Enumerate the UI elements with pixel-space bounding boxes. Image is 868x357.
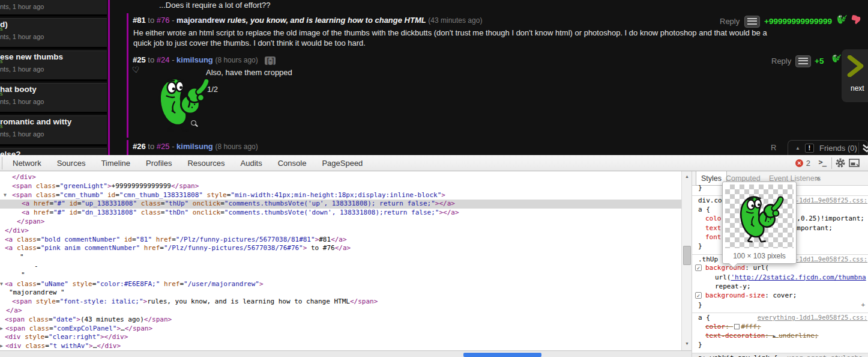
code-line[interactable]: </a> (0, 307, 681, 316)
code-line[interactable]: </span> (0, 218, 681, 227)
comment-26-reply-link-partial[interactable]: R (771, 143, 776, 152)
code-line[interactable]: </div> (0, 173, 681, 182)
sidebar-item[interactable]: d)snts, 1 hour ago (0, 18, 107, 49)
code-line[interactable]: <span style="font-style: italic;">rules,… (0, 298, 681, 307)
username-kimilsung-link[interactable]: kimilsung (176, 142, 213, 151)
thumbs-up-dickbutt-icon[interactable] (836, 13, 848, 25)
sidebar-item[interactable]: hat bootysnts, 1 hour ago (0, 83, 107, 114)
css-value-continuation: repeat-y; (692, 282, 868, 291)
sidebar-item-title: else? (0, 150, 21, 155)
property-checkbox[interactable]: ✓ (695, 264, 702, 271)
code-line[interactable]: <a class="pink anim commentNumber" href=… (0, 244, 681, 253)
code-line[interactable]: </div> (0, 227, 681, 236)
username-majorandrew-link[interactable]: majorandrew (176, 16, 225, 25)
sidebar-item[interactable]: romantic and wittysnts, 1 hour ago (0, 115, 107, 146)
css-property: text-decoration: ▶ underline; (692, 331, 868, 340)
code-line[interactable]: "majorandrew " (0, 288, 681, 298)
comment-24-ref-link[interactable]: #24 (157, 55, 170, 64)
devtools-tab-console[interactable]: Console (270, 155, 315, 171)
color-swatch[interactable] (734, 324, 740, 329)
comment-76-ref-link[interactable]: #76 (157, 16, 170, 25)
css-rule-close: } (692, 340, 868, 349)
new-style-rule-button[interactable]: + (861, 301, 865, 310)
dock-side-icon[interactable] (849, 159, 860, 168)
comment-81-reply-link[interactable]: Reply (720, 17, 740, 26)
friends-expand-icon[interactable]: ▲ (795, 145, 800, 151)
comment-26-number-link[interactable]: #26 (133, 142, 146, 151)
sidebar-item[interactable]: nts, 1 hour ago (0, 0, 107, 16)
devtools-tab-timeline[interactable]: Timeline (93, 155, 138, 171)
sidebar-item-count: s (0, 91, 3, 97)
scroll-up-arrow[interactable]: ▲ (682, 174, 692, 178)
friends-collapse-chevrons-icon[interactable] (862, 144, 868, 153)
comment-25-reply-link[interactable]: Reply (771, 56, 791, 66)
devtools-tab-audits[interactable]: Audits (233, 155, 270, 171)
scroll-down-arrow[interactable]: ▼ (682, 341, 692, 346)
code-line[interactable]: - (0, 262, 681, 271)
code-line[interactable]: <span class="cmn_thumb" id="cmn_thumb_13… (0, 191, 681, 200)
thumbs-down-icon[interactable] (851, 14, 861, 25)
code-line[interactable]: <a class="uName" style="color:#E6E8FA;" … (0, 280, 681, 289)
code-line[interactable]: <div style="clear:right"></div> (0, 333, 681, 342)
scrollbar-thumb[interactable] (683, 246, 691, 265)
sidebar-item-meta: nts, 1 hour ago (0, 98, 44, 105)
devtools-toolbar: NetworkSourcesTimelineProfilesResourcesA… (0, 155, 868, 171)
devtools-tab-profiles[interactable]: Profiles (138, 155, 179, 171)
favorite-heart-icon[interactable]: ♡ (131, 64, 140, 75)
stylesheet-link[interactable]: everything-1dd1…9e058f25.css: (758, 313, 867, 322)
comment-25-ref-link[interactable]: #25 (157, 142, 170, 151)
code-horizontal-scrollbar[interactable] (0, 350, 692, 357)
property-checkbox[interactable]: ✓ (695, 292, 702, 299)
code-line[interactable]: <div class="t withAv">…</div>▶ (0, 342, 681, 350)
comment-25-dickbutt-image[interactable] (148, 70, 217, 132)
username-kimilsung-link[interactable]: kimilsung (176, 55, 213, 64)
collapse-arrow-icon[interactable]: ▼ (0, 280, 3, 289)
devtools-tab-network[interactable]: Network (5, 155, 49, 171)
comment-25-score: +5 (815, 56, 824, 66)
friends-divider (858, 142, 859, 154)
code-line[interactable]: <span class="greenLight">+99999999999999… (0, 182, 681, 191)
comment-25-header: #25 to #24 - kimilsung (8 hours ago) [-] (133, 55, 276, 65)
code-vertical-scrollbar[interactable]: ▲ ▼ (681, 171, 692, 350)
collapse-arrow-icon[interactable]: ▼ (4, 191, 7, 200)
comment-25-menu-icon[interactable] (795, 55, 811, 67)
devtools-tab-pagespeed[interactable]: PageSpeed (314, 155, 370, 171)
image-preview-tooltip: 100 × 103 pixels (722, 182, 797, 264)
next-page-button[interactable]: next (842, 49, 868, 102)
image-zoom-icon[interactable] (191, 120, 196, 126)
horizontal-scrollbar-thumb[interactable] (463, 353, 541, 357)
sidebar-item-meta: nts, 1 hour ago (0, 130, 44, 138)
expand-arrow-icon[interactable]: ▶ (0, 325, 3, 334)
to-label: to (148, 55, 154, 64)
code-line[interactable]: <a class="bold commentNumber" id="81" hr… (0, 236, 681, 245)
comment-25-text-line2: 1/2 (207, 85, 218, 94)
comment-81-number-link[interactable]: #81 (133, 16, 146, 25)
comment-25-number-link[interactable]: #25 (133, 55, 146, 64)
gear-icon[interactable] (836, 158, 845, 168)
code-line[interactable]: <span class="date">(43 minutes ago)</spa… (0, 316, 681, 325)
error-count-icon[interactable]: × (795, 159, 803, 167)
more-tabs-chevron[interactable]: » (816, 174, 820, 183)
devtools-tab-resources[interactable]: Resources (179, 155, 232, 171)
sidebar-item[interactable]: ese new thumbssnts, 1 hour ago (0, 50, 107, 81)
sidebar-item[interactable]: else? (0, 148, 107, 155)
code-line[interactable]: " (0, 253, 681, 262)
error-count[interactable]: 2 (806, 159, 810, 168)
code-line[interactable]: <a href="#" id="up_138331808" class="thU… (0, 200, 681, 209)
friends-panel-bar[interactable]: ▲ ! Friends (0) (788, 140, 868, 155)
comment-81-menu-icon[interactable] (744, 16, 760, 28)
elements-code-panel[interactable]: </div><span class="greenLight">+99999999… (0, 171, 681, 350)
code-line[interactable]: <span class="comExpColPanel">…</span>▶ (0, 325, 681, 334)
code-line[interactable]: <a href="#" id="dn_138331808" class="thD… (0, 209, 681, 218)
collapse-comment-button[interactable]: [-] (265, 56, 276, 65)
sidebar-item-count: s (0, 26, 3, 32)
expand-arrow-icon[interactable]: ▶ (0, 342, 3, 350)
webpage-area: nts, 1 hour agod)snts, 1 hour agoese new… (0, 0, 868, 155)
next-label: next (851, 84, 864, 93)
code-line[interactable]: " (0, 271, 681, 280)
comment-26-header: #26 to #25 - kimilsung (8 hours ago) (133, 142, 258, 151)
image-url-link[interactable]: 'http://2static2.fjcdn.com/thumbna (731, 273, 866, 281)
console-prompt-icon[interactable]: >_ (819, 158, 826, 166)
thumbs-up-dickbutt-icon[interactable] (831, 53, 842, 64)
devtools-tab-sources[interactable]: Sources (49, 155, 94, 171)
